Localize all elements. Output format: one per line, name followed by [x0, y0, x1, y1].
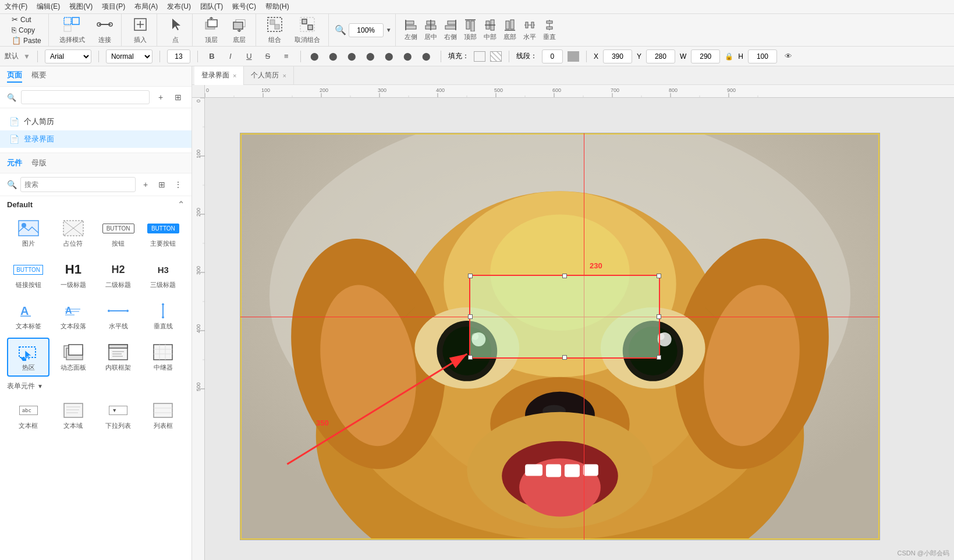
- menu-project[interactable]: 项目(P): [102, 2, 125, 12]
- handle-bottom-left[interactable]: [468, 355, 473, 360]
- text-align-justify2[interactable]: ⬤: [382, 49, 396, 63]
- page-options-button[interactable]: ⊞: [172, 91, 185, 104]
- handle-bottom-right[interactable]: [657, 355, 661, 360]
- align-right-button[interactable]: 右侧: [441, 17, 460, 42]
- comp-primary-button[interactable]: BUTTON 主要按钮: [142, 214, 185, 253]
- menu-publish[interactable]: 发布(U): [167, 2, 191, 12]
- bold-button[interactable]: B: [205, 49, 219, 63]
- handle-top-center[interactable]: [562, 274, 567, 278]
- comp-textbox[interactable]: abc 文本框: [7, 396, 49, 435]
- list-button[interactable]: ≡: [279, 49, 293, 63]
- menu-layout[interactable]: 布局(A): [134, 2, 158, 12]
- insert-button[interactable]: 插入: [127, 14, 153, 47]
- font-family-select[interactable]: Arial: [45, 49, 91, 63]
- page-item-resume[interactable]: 📄 个人简历: [0, 113, 191, 130]
- zoom-dropdown-icon[interactable]: ▼: [386, 27, 392, 33]
- default-section-scroll[interactable]: ⌃: [178, 200, 185, 209]
- comp-listbox[interactable]: 列表框: [142, 396, 185, 435]
- add-page-button[interactable]: +: [154, 91, 167, 104]
- form-elements-toggle[interactable]: 表单元件: [7, 381, 35, 391]
- text-valign-top[interactable]: ⬤: [401, 49, 415, 63]
- top-layer-button[interactable]: 顶层: [198, 14, 224, 47]
- comp-hline[interactable]: 水平线: [97, 296, 140, 335]
- menu-help[interactable]: 帮助(H): [265, 2, 289, 12]
- canvas-tab-resume[interactable]: 个人简历 ×: [244, 66, 293, 85]
- comp-h1[interactable]: H1 一级标题: [52, 255, 94, 294]
- comp-button[interactable]: BUTTON 按钮: [97, 214, 140, 253]
- lock-icon[interactable]: 🔒: [725, 52, 733, 61]
- stroke-color-box[interactable]: [568, 51, 579, 62]
- x-input[interactable]: [603, 49, 632, 63]
- comp-dynamic-panel[interactable]: 动态面板: [52, 338, 94, 377]
- handle-mid-left[interactable]: [468, 314, 473, 319]
- ungroup-button[interactable]: 取消组合: [290, 14, 325, 47]
- page-search-input[interactable]: [21, 90, 150, 104]
- comp-h3[interactable]: H3 三级标题: [142, 255, 185, 294]
- comp-vline[interactable]: 垂直线: [142, 296, 185, 335]
- paste-button[interactable]: 📋 Paste: [9, 36, 44, 45]
- font-size-input[interactable]: [167, 49, 190, 63]
- comp-text-para[interactable]: A 文本段落: [52, 296, 94, 335]
- handle-mid-right[interactable]: [657, 314, 661, 319]
- handle-bottom-center[interactable]: [562, 355, 567, 360]
- text-valign-mid[interactable]: ⬤: [420, 49, 434, 63]
- canvas-viewport[interactable]: 0 100 200 300 400 500: [192, 98, 954, 560]
- canvas-tab-login[interactable]: 登录界面 ×: [194, 66, 244, 85]
- cut-button[interactable]: ✂ Cut: [9, 15, 44, 24]
- form-elements-arrow[interactable]: ▼: [37, 383, 43, 389]
- text-align-justify[interactable]: ⬤: [364, 49, 378, 63]
- masters-tab[interactable]: 母版: [31, 158, 47, 168]
- stroke-width-input[interactable]: [542, 49, 563, 63]
- comp-h2[interactable]: H2 二级标题: [97, 255, 140, 294]
- comp-link-button[interactable]: BUTTON 链接按钮: [7, 255, 49, 294]
- w-input[interactable]: [691, 49, 720, 63]
- menu-edit[interactable]: 编辑(E): [37, 2, 60, 12]
- align-top-button[interactable]: 顶部: [461, 17, 480, 42]
- menu-account[interactable]: 账号(C): [232, 2, 256, 12]
- selection-box[interactable]: [469, 275, 660, 359]
- comp-more-button[interactable]: ⋮: [172, 178, 185, 191]
- fill-transparent-box[interactable]: [490, 51, 502, 62]
- pages-tab[interactable]: 页面: [7, 70, 22, 83]
- align-middle-button[interactable]: 中部: [481, 17, 499, 42]
- align-bottom-button[interactable]: 底部: [501, 17, 519, 42]
- strikethrough-button[interactable]: S: [261, 49, 275, 63]
- comp-search-input[interactable]: [20, 177, 136, 192]
- menu-file[interactable]: 文件(F): [5, 2, 27, 12]
- bottom-layer-button[interactable]: 底层: [226, 14, 252, 47]
- components-tab[interactable]: 元件: [7, 158, 22, 168]
- comp-placeholder[interactable]: 占位符: [52, 214, 94, 253]
- text-align-center[interactable]: ⬤: [327, 49, 341, 63]
- handle-top-left[interactable]: [468, 274, 473, 278]
- comp-textarea[interactable]: 文本域: [52, 396, 94, 435]
- comp-add-button[interactable]: +: [139, 178, 152, 191]
- align-left-button[interactable]: 左侧: [402, 17, 420, 42]
- distribute-h-button[interactable]: 水平: [520, 17, 539, 42]
- outline-tab[interactable]: 概要: [31, 70, 47, 83]
- menu-view[interactable]: 视图(V): [69, 2, 93, 12]
- comp-dropdown[interactable]: ▼ 下拉列表: [97, 396, 140, 435]
- fill-color-box[interactable]: [474, 51, 485, 62]
- comp-text-label[interactable]: A 文本标签: [7, 296, 49, 335]
- copy-button[interactable]: ⎘ Copy: [9, 25, 44, 35]
- comp-iframe[interactable]: 内联框架: [97, 338, 140, 377]
- text-align-left[interactable]: ⬤: [308, 49, 322, 63]
- group-button[interactable]: 组合: [262, 14, 288, 47]
- font-style-select[interactable]: Normal: [106, 49, 153, 63]
- select-mode-button[interactable]: 选择模式: [55, 14, 90, 47]
- y-input[interactable]: [646, 49, 675, 63]
- comp-relay[interactable]: 中继器: [142, 338, 185, 377]
- distribute-v-button[interactable]: 垂直: [540, 17, 559, 42]
- text-align-right[interactable]: ⬤: [345, 49, 359, 63]
- point-button[interactable]: 点: [163, 14, 189, 47]
- connect-button[interactable]: 连接: [92, 14, 118, 47]
- close-login-tab[interactable]: ×: [233, 72, 236, 79]
- handle-top-right[interactable]: [657, 274, 661, 278]
- italic-button[interactable]: I: [224, 49, 237, 63]
- comp-hotspot[interactable]: 热区: [7, 338, 49, 377]
- canvas-inner[interactable]: 230 350: [205, 98, 954, 560]
- close-resume-tab[interactable]: ×: [282, 72, 286, 79]
- menu-team[interactable]: 团队(T): [200, 2, 223, 12]
- comp-grid-button[interactable]: ⊞: [155, 178, 168, 191]
- align-center-button[interactable]: 居中: [421, 17, 440, 42]
